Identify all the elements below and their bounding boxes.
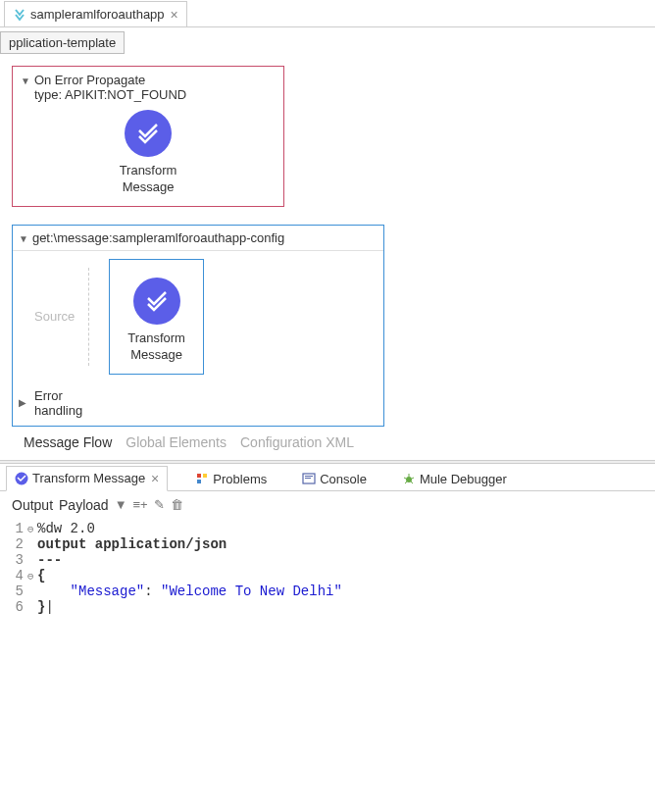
collapse-icon[interactable]: ▼ xyxy=(19,230,28,244)
svg-rect-5 xyxy=(305,476,313,477)
output-label: Output xyxy=(12,497,53,513)
svg-line-9 xyxy=(404,478,406,479)
editor-tab[interactable]: sampleramlforoauthapp × xyxy=(4,1,187,26)
output-toolbar: Output Payload ▼ ≡+ ✎ 🗑 xyxy=(0,491,655,519)
cursor: | xyxy=(45,599,53,615)
svg-line-12 xyxy=(411,482,413,483)
problems-icon xyxy=(195,472,209,485)
tab-global-elements[interactable]: Global Elements xyxy=(126,434,227,450)
close-icon[interactable]: × xyxy=(171,7,178,23)
expand-icon[interactable]: ▶ xyxy=(19,397,26,408)
tab-message-flow[interactable]: Message Flow xyxy=(24,434,112,450)
transform-label: Transform Message xyxy=(120,163,177,196)
svg-line-11 xyxy=(405,482,407,483)
canvas: ▼ On Error Propagate type: APIKIT:NOT_FO… xyxy=(0,60,655,460)
error-title: On Error Propagate xyxy=(34,73,186,87)
close-icon[interactable]: × xyxy=(151,471,159,486)
console-icon xyxy=(302,472,316,485)
transform-label: Transform Message xyxy=(127,330,185,364)
file-icon xyxy=(13,8,26,22)
tab-console[interactable]: Console xyxy=(294,468,375,490)
tooltip: pplication-template xyxy=(0,31,125,54)
source-placeholder[interactable]: Source xyxy=(21,268,89,366)
edit-icon[interactable]: ✎ xyxy=(154,497,165,512)
flow-title: get:\message:sampleramlforoauthapp-confi… xyxy=(32,230,284,245)
error-handling-label: Error handling xyxy=(34,388,82,418)
editor-tab-label: sampleramlforoauthapp xyxy=(30,7,165,22)
flow-block[interactable]: ▼ get:\message:sampleramlforoauthapp-con… xyxy=(12,225,384,427)
error-subtitle: type: APIKIT:NOT_FOUND xyxy=(34,87,186,102)
svg-rect-6 xyxy=(305,478,311,479)
svg-rect-1 xyxy=(197,474,201,478)
tab-configuration-xml[interactable]: Configuration XML xyxy=(240,434,354,450)
debugger-icon xyxy=(402,472,416,485)
delete-icon[interactable]: 🗑 xyxy=(171,497,183,512)
bottom-tab-bar: Transform Message × Problems Console Mul… xyxy=(0,464,655,491)
svg-line-10 xyxy=(412,478,414,479)
dropdown-icon[interactable]: ▼ xyxy=(115,497,127,512)
collapse-icon[interactable]: ▼ xyxy=(21,73,30,86)
svg-rect-2 xyxy=(203,474,207,478)
error-propagate-block[interactable]: ▼ On Error Propagate type: APIKIT:NOT_FO… xyxy=(12,66,284,207)
view-tab-bar: Message Flow Global Elements Configurati… xyxy=(12,427,643,458)
payload-label: Payload xyxy=(59,497,109,513)
add-target-icon[interactable]: ≡+ xyxy=(133,497,148,512)
transform-message-component[interactable]: Transform Message xyxy=(21,110,276,196)
tab-problems[interactable]: Problems xyxy=(187,468,275,490)
svg-rect-3 xyxy=(197,480,201,483)
transform-tab-icon xyxy=(15,472,28,485)
transform-icon xyxy=(133,278,180,325)
editor-tab-bar: sampleramlforoauthapp × xyxy=(0,0,655,27)
tab-transform-message[interactable]: Transform Message × xyxy=(6,466,168,491)
transform-icon xyxy=(125,110,172,157)
dataweave-editor[interactable]: 1⊖%dw 2.0 2 output application/json 3 --… xyxy=(0,519,655,615)
transform-message-component-selected[interactable]: Transform Message xyxy=(109,259,204,375)
tab-mule-debugger[interactable]: Mule Debugger xyxy=(394,468,515,490)
